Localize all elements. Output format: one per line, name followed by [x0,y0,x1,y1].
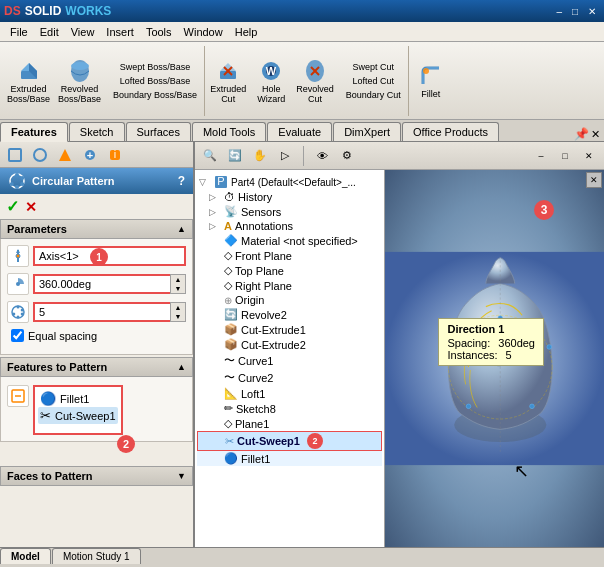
tree-sketch8[interactable]: ✏ Sketch8 [197,401,382,416]
close-button[interactable]: ✕ [584,5,600,18]
panel-icon-3[interactable] [54,144,76,166]
origin-label: Origin [235,294,264,306]
menu-insert[interactable]: Insert [100,24,140,40]
features-to-pattern-section-header[interactable]: Features to Pattern ▲ [0,357,193,377]
count-input[interactable] [33,302,170,322]
extruded-cut-button[interactable]: ExtrudedCut [207,55,249,107]
tree-material[interactable]: 🔷 Material <not specified> [197,233,382,248]
revolved-boss-button[interactable]: RevolvedBoss/Base [55,55,104,107]
feature-cut-sweep1[interactable]: ✂ Cut-Sweep1 [38,407,118,424]
count-spin-up[interactable]: ▲ [171,303,185,312]
maximize-panel-btn[interactable]: □ [554,145,576,167]
right-plane-icon: ◇ [224,279,232,292]
tree-revolve2[interactable]: 🔄 Revolve2 [197,307,382,322]
hole-wizard-button[interactable]: W HoleWizard [251,55,291,107]
swept-boss-button[interactable]: Swept Boss/Base [110,61,200,73]
feature-fillet1[interactable]: 🔵 Fillet1 [38,390,118,407]
tree-sensors[interactable]: ▷ 📡 Sensors [197,204,382,219]
close-panel-btn[interactable]: ✕ [578,145,600,167]
tooltip-instances-row: Instances: 5 [447,349,535,361]
angle-icon [7,273,29,295]
count-spin-down[interactable]: ▼ [171,312,185,321]
tab-evaluate[interactable]: Evaluate [267,122,332,141]
zoom-icon-btn[interactable]: 🔍 [199,145,221,167]
menu-file[interactable]: File [4,24,34,40]
select-icon-btn[interactable]: ▷ [274,145,296,167]
lofted-boss-button[interactable]: Lofted Boss/Base [110,75,200,87]
menu-edit[interactable]: Edit [34,24,65,40]
tree-curve1[interactable]: 〜 Curve1 [197,352,382,369]
menu-tools[interactable]: Tools [140,24,178,40]
tab-features[interactable]: Features [0,122,68,142]
tree-origin[interactable]: ⊕ Origin [197,293,382,307]
parameters-section-header[interactable]: Parameters ▲ [0,219,193,239]
tree-top-plane[interactable]: ◇ Top Plane [197,263,382,278]
tree-right-plane[interactable]: ◇ Right Plane [197,278,382,293]
tab-sketch[interactable]: Sketch [69,122,125,141]
menu-window[interactable]: Window [178,24,229,40]
tree-loft1[interactable]: 📐 Loft1 [197,386,382,401]
bottom-tab-motion-study[interactable]: Motion Study 1 [52,548,141,564]
viewport[interactable]: ✕ [385,170,604,547]
features-to-pattern-content: 🔵 Fillet1 ✂ Cut-Sweep1 2 [0,377,193,442]
tree-curve2[interactable]: 〜 Curve2 [197,369,382,386]
tab-mold-tools[interactable]: Mold Tools [192,122,266,141]
revolved-cut-button[interactable]: RevolvedCut [293,55,337,107]
tree-history[interactable]: ▷ ⏱ History [197,190,382,204]
maximize-button[interactable]: □ [568,5,582,18]
tab-close-icon[interactable]: ✕ [591,128,600,141]
minimize-panel-btn[interactable]: – [530,145,552,167]
hole-wizard-icon: W [257,57,285,85]
boundary-cut-button[interactable]: Boundary Cut [343,89,404,101]
panel-icon-5[interactable]: i [104,144,126,166]
tree-cut-extrude1[interactable]: 📦 Cut-Extrude1 [197,322,382,337]
angle-input-group: ▲ ▼ [33,274,186,294]
settings-icon-btn[interactable]: ⚙ [336,145,358,167]
axis-input[interactable] [33,246,186,266]
faces-to-pattern-section-header[interactable]: Faces to Pattern ▼ [0,466,193,486]
lofted-cut-button[interactable]: Lofted Cut [343,75,404,87]
tree-cut-extrude2[interactable]: 📦 Cut-Extrude2 [197,337,382,352]
curve2-label: Curve2 [238,372,273,384]
angle-input[interactable] [33,274,170,294]
tree-root[interactable]: ▽ P Part4 (Default<<Default>_... [197,174,382,190]
tooltip-instances-value: 5 [506,349,512,361]
cancel-button[interactable]: ✕ [25,199,37,215]
help-button[interactable]: ? [178,174,185,188]
panel-icon-1[interactable] [4,144,26,166]
menu-view[interactable]: View [65,24,101,40]
ok-button[interactable]: ✓ [6,197,19,216]
minimize-button[interactable]: – [552,5,566,18]
angle-spin-down[interactable]: ▼ [171,284,185,293]
menu-help[interactable]: Help [229,24,264,40]
tree-cut-sweep1[interactable]: ✂ Cut-Sweep1 2 [197,431,382,451]
pin-icon[interactable]: 📌 [574,127,589,141]
swept-cut-button[interactable]: Swept Cut [343,61,404,73]
tree-plane1[interactable]: ◇ Plane1 [197,416,382,431]
boundary-boss-button[interactable]: Boundary Boss/Base [110,89,200,101]
revolved-cut-icon [301,57,329,85]
pan-icon-btn[interactable]: ✋ [249,145,271,167]
fillet-button[interactable]: Fillet [411,60,451,102]
cut-extrude1-icon: 📦 [224,323,238,336]
bottom-tab-model[interactable]: Model [0,548,51,564]
right-toolbar: 🔍 🔄 ✋ ▷ 👁 ⚙ – □ ✕ [195,142,604,170]
tooltip-title: Direction 1 [447,323,535,335]
tab-surfaces[interactable]: Surfaces [126,122,191,141]
tree-fillet1[interactable]: 🔵 Fillet1 [197,451,382,466]
tab-dimxpert[interactable]: DimXpert [333,122,401,141]
hole-wizard-label: HoleWizard [257,85,285,105]
front-plane-label: Front Plane [235,250,292,262]
tree-annotations[interactable]: ▷ A Annotations [197,219,382,233]
extruded-boss-button[interactable]: ExtrudedBoss/Base [4,55,53,107]
svg-rect-16 [9,149,21,161]
rotate-icon-btn[interactable]: 🔄 [224,145,246,167]
tab-office-products[interactable]: Office Products [402,122,499,141]
equal-spacing-checkbox[interactable] [11,329,24,342]
viewport-close-btn[interactable]: ✕ [586,172,602,188]
panel-icon-2[interactable] [29,144,51,166]
angle-spin-up[interactable]: ▲ [171,275,185,284]
panel-icon-4[interactable]: + [79,144,101,166]
view-icon-btn[interactable]: 👁 [311,145,333,167]
tree-front-plane[interactable]: ◇ Front Plane [197,248,382,263]
